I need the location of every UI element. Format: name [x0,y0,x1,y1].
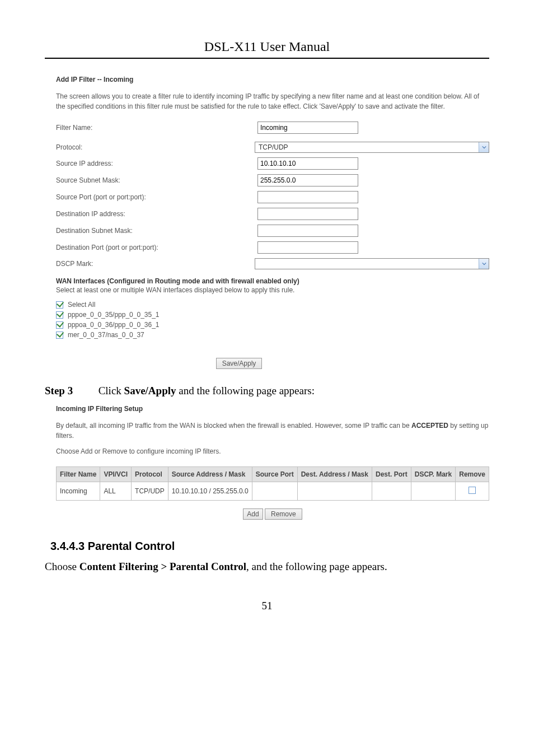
setup-desc-before: By default, all incoming IP traffic from… [56,422,411,430]
step-3-label: Step 3 [45,385,73,396]
cell-vpivci: ALL [100,482,132,501]
dscp-value [255,263,262,265]
select-all-checkbox[interactable] [56,301,63,309]
source-ip-label: Source IP address: [56,160,257,167]
document-title: DSL-X11 User Manual [45,39,489,54]
select-all-label: Select All [68,301,95,309]
interface-2-label: pppoa_0_0_36/ppp_0_0_36_1 [68,321,160,329]
section-body: Choose Content Filtering > Parental Cont… [45,561,489,573]
setup-heading: Incoming IP Filtering Setup [56,405,489,413]
col-protocol: Protocol [132,467,168,482]
chevron-down-icon [479,142,489,152]
dest-port-input[interactable] [257,241,358,254]
add-ip-filter-panel: Add IP Filter -- Incoming The screen all… [56,76,489,369]
save-apply-button[interactable]: Save/Apply [216,358,263,369]
chevron-down-icon [479,259,489,269]
source-mask-input[interactable] [257,174,358,186]
interface-3-label: mer_0_0_37/nas_0_0_37 [68,331,144,339]
wan-interfaces-desc: Select at least one or multiple WAN inte… [56,285,489,295]
dest-mask-label: Destination Subnet Mask: [56,227,257,235]
filter-name-input[interactable] [257,122,358,134]
panel-heading: Add IP Filter -- Incoming [56,76,489,83]
step-3-line: Step 3 Click Save/Apply and the followin… [45,385,489,397]
protocol-select[interactable]: TCP/UDP [255,142,489,153]
dest-port-label: Destination Port (port or port:port): [56,244,257,251]
filter-table: Filter Name VPI/VCI Protocol Source Addr… [56,466,489,501]
col-vpivci: VPI/VCI [100,467,132,482]
section-heading: 3.4.4.3 Parental Control [50,540,489,553]
dest-ip-label: Destination IP address: [56,210,257,218]
cell-filter-name: Incoming [57,482,100,501]
step-3-text-before: Click [99,385,124,396]
setup-choose-text: Choose Add or Remove to configure incomi… [56,446,489,456]
cell-source-port [252,482,297,501]
dscp-select[interactable] [255,258,489,269]
step-3-bold: Save/Apply [124,385,176,396]
dest-ip-input[interactable] [257,208,358,220]
cell-dscp [411,482,456,501]
interface-1-label: pppoe_0_0_35/ppp_0_0_35_1 [68,311,160,319]
table-row: Incoming ALL TCP/UDP 10.10.10.10 / 255.2… [57,482,489,501]
page-number: 51 [45,600,489,612]
interface-1-checkbox[interactable] [56,311,63,319]
table-header-row: Filter Name VPI/VCI Protocol Source Addr… [57,467,489,482]
title-divider [45,58,489,59]
source-ip-input[interactable] [257,157,358,170]
col-source-port: Source Port [252,467,297,482]
panel-description: The screen allows you to create a filter… [56,91,489,111]
cell-dest-port [372,482,411,501]
remove-button[interactable]: Remove [265,508,302,520]
setup-description: By default, all incoming IP traffic from… [56,421,489,441]
remove-row-checkbox[interactable] [469,487,476,494]
wan-interfaces-heading: WAN Interfaces (Configured in Routing mo… [56,277,489,285]
step-3-text-after: and the following page appears: [176,385,315,396]
col-dscp: DSCP. Mark [411,467,456,482]
filter-name-label: Filter Name: [56,124,257,132]
col-remove: Remove [456,467,489,482]
col-source-addr: Source Address / Mask [168,467,252,482]
section-body-before: Choose [45,561,79,572]
source-port-input[interactable] [257,191,358,203]
cell-source-addr: 10.10.10.10 / 255.255.0.0 [168,482,252,501]
incoming-filtering-panel: Incoming IP Filtering Setup By default, … [56,405,489,520]
cell-dest-addr [297,482,372,501]
source-port-label: Source Port (port or port:port): [56,193,257,201]
cell-protocol: TCP/UDP [132,482,168,501]
col-dest-port: Dest. Port [372,467,411,482]
dscp-label: DSCP Mark: [56,260,255,268]
section-body-bold: Content Filtering > Parental Control [79,561,246,572]
setup-desc-bold: ACCEPTED [411,422,448,430]
protocol-value: TCP/UDP [255,142,292,152]
col-dest-addr: Dest. Address / Mask [297,467,372,482]
interface-3-checkbox[interactable] [56,332,63,339]
dest-mask-input[interactable] [257,225,358,237]
section-body-after: , and the following page appears. [246,561,387,572]
col-filter-name: Filter Name [57,467,100,482]
source-mask-label: Source Subnet Mask: [56,176,257,184]
interface-2-checkbox[interactable] [56,321,63,329]
protocol-label: Protocol: [56,143,255,151]
add-button[interactable]: Add [243,508,263,520]
cell-remove [456,482,489,501]
